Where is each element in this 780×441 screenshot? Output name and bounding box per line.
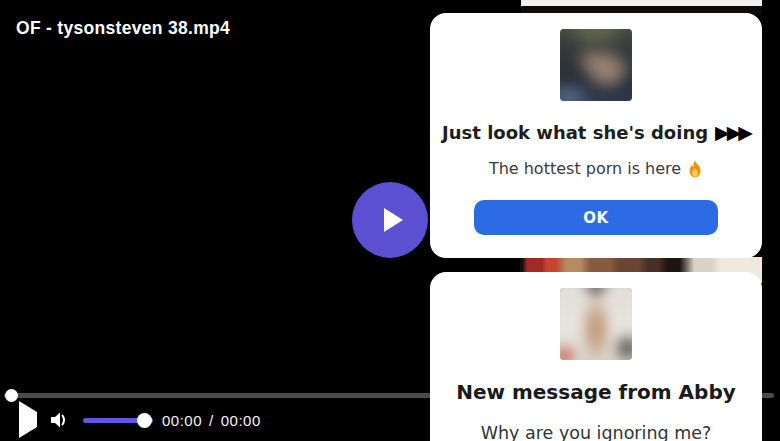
video-page: OF - tysonsteven 38.mp4 00:00 / 00:00 Ju… (0, 0, 780, 441)
play-icon (384, 208, 403, 232)
thumbnail-image-placeholder (560, 288, 632, 360)
seek-thumb[interactable] (5, 389, 18, 402)
popup-thumbnail[interactable] (560, 29, 632, 101)
ad-popup-offer[interactable]: Just look what she's doing ▶▶▶ The hotte… (430, 13, 762, 258)
ok-button[interactable]: OK (474, 200, 718, 235)
popup-body: Why are you ignoring me? (430, 422, 762, 441)
video-title: OF - tysonsteven 38.mp4 (16, 18, 230, 39)
play-button[interactable] (15, 407, 39, 431)
volume-thumb[interactable] (137, 413, 152, 428)
big-play-button[interactable] (352, 182, 428, 258)
current-time: 00:00 (162, 412, 202, 429)
play-icon (19, 401, 37, 438)
popup-subtitle-text: The hottest porn is here (489, 159, 681, 179)
background-image-fragment-top (521, 0, 762, 14)
time-separator: / (209, 412, 214, 429)
popup-thumbnail[interactable] (560, 288, 632, 360)
triple-arrow-icon: ▶▶▶ (715, 121, 750, 144)
popup-headline: Just look what she's doing ▶▶▶ (430, 121, 762, 144)
volume-button[interactable] (49, 410, 71, 430)
popup-headline: New message from Abby (430, 380, 762, 405)
time-display: 00:00 / 00:00 (162, 412, 261, 429)
fire-emoji-icon (687, 160, 703, 178)
ad-popup-message[interactable]: New message from Abby Why are you ignori… (430, 272, 762, 441)
popup-headline-text: Just look what she's doing (442, 121, 708, 144)
popup-subtitle: The hottest porn is here (430, 159, 762, 179)
thumbnail-image-placeholder (560, 29, 632, 101)
duration: 00:00 (221, 412, 261, 429)
speaker-icon (49, 418, 71, 433)
